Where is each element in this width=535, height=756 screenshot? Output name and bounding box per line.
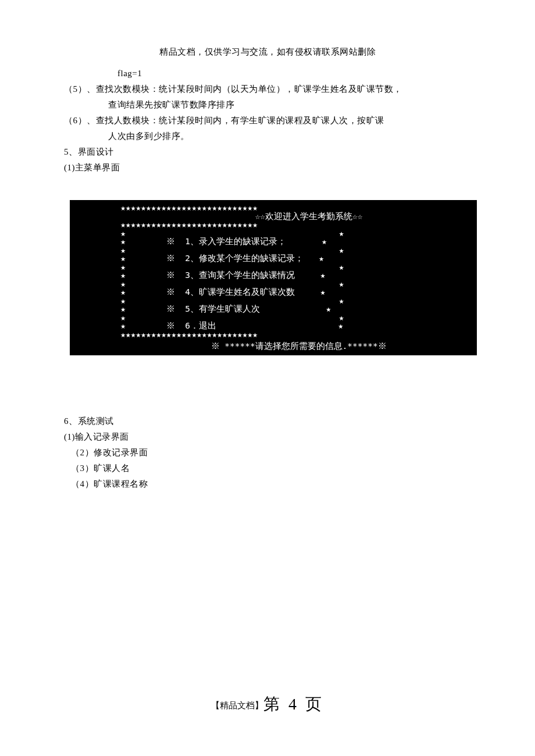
console-menu-2: ★ ※ 2、修改某个学生的缺课记录； ★ xyxy=(70,254,477,263)
console-gap: ★ ★ xyxy=(70,246,477,255)
console-menu-4: ★ ※ 4、旷课学生姓名及旷课次数 ★ xyxy=(70,288,477,297)
section-6-1: (1)输入记录界面 xyxy=(64,429,471,445)
console-blank: ★ ★ xyxy=(70,229,477,238)
section-6-3: （3）旷课人名 xyxy=(64,461,471,476)
item-6: （6）、查找人数模块：统计某段时间内，有学生旷课的课程及旷课人次，按旷课 xyxy=(64,113,471,129)
section-5-1: (1)主菜单界面 xyxy=(64,160,471,176)
section-5: 5、界面设计 xyxy=(64,144,471,160)
flag-line: flag=1 xyxy=(64,66,471,81)
footer-prefix: 【精品文档】 xyxy=(211,701,263,710)
console-border-bot: ★★★★★★★★★★★★★★★★★★★★★★★★★★★ xyxy=(70,330,477,339)
console-gap: ★ ★ xyxy=(70,263,477,272)
console-gap: ★ ★ xyxy=(70,313,477,322)
console-screenshot: ★★★★★★★★★★★★★★★★★★★★★★★★★★★ ☆☆欢迎进入学生考勤系统… xyxy=(70,200,477,355)
console-gap: ★ ★ xyxy=(70,297,477,305)
section-6-2: （2）修改记录界面 xyxy=(64,445,471,461)
console-border-top: ★★★★★★★★★★★★★★★★★★★★★★★★★★★ xyxy=(70,204,477,212)
footer-page: 第 4 页 xyxy=(263,695,324,713)
page-footer: 【精品文档】第 4 页 xyxy=(0,693,535,715)
console-prompt: ※ ******请选择您所需要的信息.******※ xyxy=(70,342,477,351)
console-border-mid: ★★★★★★★★★★★★★★★★★★★★★★★★★★★ xyxy=(70,220,477,229)
console-menu-6: ★ ※ 6．退出 ★ xyxy=(70,322,477,330)
doc-header: 精品文档，仅供学习与交流，如有侵权请联系网站删除 xyxy=(64,47,471,58)
section-6-4: （4）旷课课程名称 xyxy=(64,476,471,492)
console-menu-5: ★ ※ 5、有学生旷课人次 ★ xyxy=(70,305,477,313)
item-5b: 查询结果先按旷课节数降序排序 xyxy=(64,97,471,113)
item-5: （5）、查找次数模块：统计某段时间内（以天为单位），旷课学生姓名及旷课节数， xyxy=(64,81,471,97)
console-welcome: ☆☆欢迎进入学生考勤系统☆☆ xyxy=(70,212,477,221)
console-menu-1: ★ ※ 1、录入学生的缺课记录； ★ xyxy=(70,237,477,246)
section-6: 6、系统测试 xyxy=(64,413,471,429)
console-menu-3: ★ ※ 3、查询某个学生的缺课情况 ★ xyxy=(70,271,477,280)
console-gap: ★ ★ xyxy=(70,280,477,288)
item-6b: 人次由多到少排序。 xyxy=(64,129,471,144)
